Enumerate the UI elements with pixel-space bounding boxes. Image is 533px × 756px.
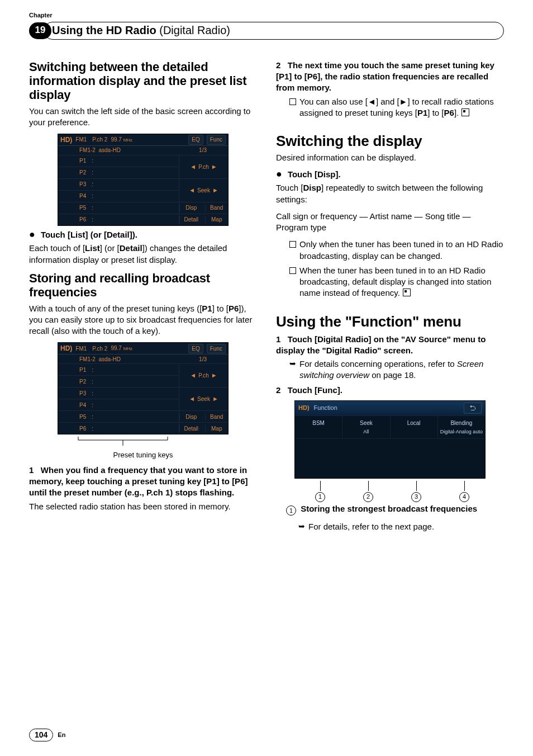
map-button[interactable]: Map <box>205 425 229 433</box>
chapter-title-strong: Using the HD Radio <box>52 23 156 38</box>
item-1: 1 Storing the strongest broadcast freque… <box>286 503 504 516</box>
preset-row[interactable]: P5: <box>58 410 179 422</box>
function-title: Function <box>314 404 337 412</box>
section-storing-heading: Storing and recalling broadcast frequenc… <box>29 271 257 300</box>
section-switch-detail-heading: Switching between the detailed informati… <box>29 60 257 102</box>
section-function-menu-heading: Using the "Function" menu <box>276 314 504 330</box>
func-step-1: 1 Touch [Digital Radio] on the "AV Sourc… <box>276 334 504 357</box>
step-1-after: The selected radio station has been stor… <box>29 501 257 512</box>
eq-button[interactable]: EQ <box>188 344 203 354</box>
end-icon <box>461 108 469 116</box>
disp-body-2: Call sign or frequency — Artist name — S… <box>276 211 504 234</box>
func-button[interactable]: Func <box>207 135 226 145</box>
left-column: Switching between the detailed informati… <box>29 56 257 535</box>
disp-body-1: Touch [Disp] repeatedly to switch betwee… <box>276 182 504 205</box>
preset-row[interactable]: P6: <box>58 214 179 225</box>
note-disp-2: When the tuner has been tuned in to an H… <box>289 265 504 299</box>
func-button[interactable]: Func <box>207 344 226 354</box>
note-recall: You can also use [◄] and [►] to recall r… <box>289 96 504 119</box>
preset-row[interactable]: P1: <box>58 363 179 375</box>
chapter-title: Using the HD Radio (Digital Radio) <box>44 22 504 40</box>
func-blending[interactable]: BlendingDigital-Analog auto <box>438 415 485 438</box>
detail-button[interactable]: Detail <box>179 216 203 224</box>
preset-row[interactable]: P1: <box>58 155 179 167</box>
hd-icon: HD) <box>298 404 310 412</box>
preset-row[interactable]: P2: <box>58 375 179 387</box>
step-2: 2 The next time you touch the same prese… <box>276 60 504 94</box>
bullet-touch-list-body: Each touch of [List] (or [Detail]) chang… <box>29 243 257 266</box>
eq-button[interactable]: EQ <box>188 135 203 145</box>
page-footer: 104 En <box>29 729 65 741</box>
preset-row[interactable]: P5: <box>58 202 179 214</box>
ss-freq: 99.7 MHz <box>111 136 132 144</box>
func-note-1: For details concerning operations, refer… <box>289 358 504 381</box>
bullet-icon: ● <box>276 169 282 179</box>
bullet-text: Touch [List] (or [Detail]). <box>41 229 137 240</box>
detail-button[interactable]: Detail <box>179 425 203 433</box>
right-column: 2 The next time you touch the same prese… <box>276 56 504 535</box>
chapter-title-paren: (Digital Radio) <box>159 23 230 38</box>
back-button[interactable]: ⮌ <box>464 403 482 414</box>
page-lang: En <box>58 731 65 739</box>
preset-row[interactable]: P2: <box>58 167 179 178</box>
note-disp-1: Only when the tuner has been tuned in to… <box>289 239 504 262</box>
preset-row[interactable]: P3: <box>58 178 179 190</box>
section-switching-display-heading: Switching the display <box>276 133 504 150</box>
page-number: 104 <box>29 729 53 741</box>
hd-icon: HD) <box>60 344 72 353</box>
preset-row[interactable]: P4: <box>58 190 179 202</box>
chapter-number-badge: 19 <box>29 22 51 39</box>
bullet-touch-list: ● Touch [List] (or [Detail]). <box>29 229 257 240</box>
radio-screenshot-1: HD) FM1 P.ch 2 99.7 MHz EQ Func FM1-2 as… <box>58 134 229 226</box>
end-icon <box>403 289 411 296</box>
preset-row[interactable]: P3: <box>58 387 179 399</box>
map-button[interactable]: Map <box>205 216 229 224</box>
preset-row[interactable]: P4: <box>58 399 179 410</box>
callout-4: 4 <box>459 492 469 502</box>
ss-pch: P.ch 2 <box>92 136 107 144</box>
band-button[interactable]: Band <box>205 204 229 212</box>
seek-nav[interactable]: ◄Seek► <box>179 178 228 202</box>
item-1-num: 1 <box>286 505 296 516</box>
chapter-label: Chapter <box>29 11 504 20</box>
func-bsm[interactable]: BSM <box>295 415 342 438</box>
function-screenshot: HD) Function ⮌ BSM SeekAll Local Blendin… <box>294 400 486 479</box>
preset-caption: Preset tuning keys <box>29 450 257 460</box>
ss-page: 1/3 <box>199 147 207 154</box>
bullet-text: Touch [Disp]. <box>288 169 341 180</box>
callout-1: 1 <box>315 492 325 502</box>
bullet-icon: ● <box>29 229 35 239</box>
radio-screenshot-2: HD) FM1 P.ch 2 99.7 MHz EQ Func FM1-2 as… <box>58 342 229 434</box>
callout-row: 1 2 3 4 <box>295 481 485 503</box>
seek-nav[interactable]: ◄Seek► <box>179 387 228 410</box>
band-button[interactable]: Band <box>205 413 229 421</box>
section-switch-detail-body: You can switch the left side of the basi… <box>29 106 257 129</box>
item-1-note: For details, refer to the next page. <box>298 521 504 532</box>
section-switching-display-body: Desired information can be displayed. <box>276 152 504 163</box>
callout-3: 3 <box>411 492 421 502</box>
section-storing-body: With a touch of any of the preset tuning… <box>29 303 257 337</box>
callout-2: 2 <box>363 492 373 502</box>
preset-row[interactable]: P6: <box>58 422 179 434</box>
preset-bracket <box>58 437 228 449</box>
step-1: 1 When you find a frequency that you wan… <box>29 465 257 499</box>
func-local[interactable]: Local <box>391 415 438 438</box>
ss-sub-l: FM1-2 asda-HD <box>79 147 121 154</box>
hd-icon: HD) <box>60 135 72 144</box>
func-seek[interactable]: SeekAll <box>342 415 390 438</box>
disp-button[interactable]: Disp <box>179 204 203 212</box>
chapter-header: 19 Using the HD Radio (Digital Radio) <box>29 21 504 41</box>
disp-button[interactable]: Disp <box>179 413 203 421</box>
bullet-touch-disp: ● Touch [Disp]. <box>276 169 504 180</box>
func-step-2: 2 Touch [Func]. <box>276 385 504 396</box>
pch-nav[interactable]: ◄P.ch► <box>179 155 228 178</box>
ss-band: FM1 <box>75 136 87 144</box>
pch-nav[interactable]: ◄P.ch► <box>179 363 228 387</box>
